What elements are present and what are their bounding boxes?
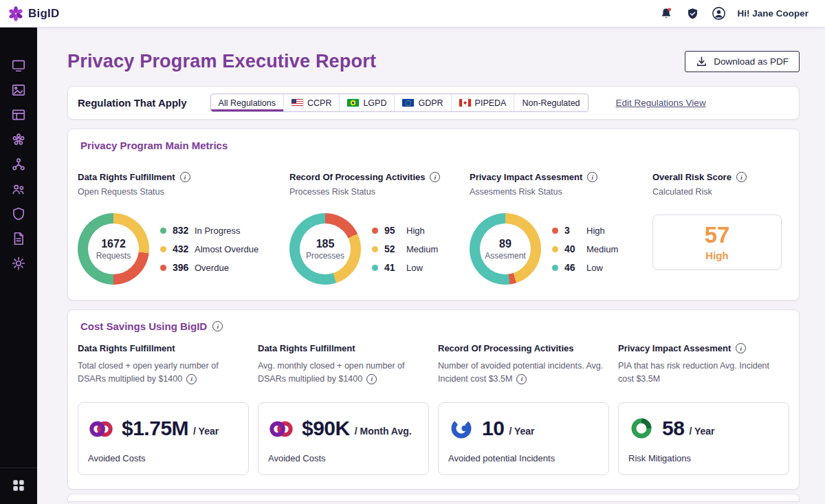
metric-column-subtitle: Open Requests Status bbox=[78, 187, 289, 197]
policies-shield-icon[interactable] bbox=[11, 206, 26, 221]
sidebar-divider bbox=[0, 468, 37, 468]
cost-column-description: Total closed + open yearly number of DSA… bbox=[78, 360, 249, 397]
info-icon[interactable] bbox=[736, 172, 747, 182]
main-metrics-title: Privacy Program Main Metrics bbox=[78, 140, 228, 151]
risk-score-value: 57 bbox=[705, 223, 730, 246]
download-pdf-button[interactable]: Download as PDF bbox=[685, 51, 800, 72]
cost-column-title: Record Of Processing Activities bbox=[438, 343, 573, 353]
main-content: Privacy Program Executive Report Downloa… bbox=[37, 51, 825, 502]
info-icon[interactable] bbox=[212, 321, 223, 331]
donut-chart: 1672 Requests bbox=[78, 213, 149, 285]
overall-risk-subtitle: Calculated Risk bbox=[652, 187, 789, 197]
legend-dot bbox=[372, 246, 378, 252]
stat-unit: / Year bbox=[509, 426, 534, 437]
metric-column-title: Data Rights Fulfillment bbox=[78, 172, 175, 182]
bigid-pinwheel-icon bbox=[7, 5, 25, 23]
br-flag-icon bbox=[347, 99, 359, 107]
incidents-blue-icon bbox=[448, 415, 474, 441]
download-pdf-label: Download as PDF bbox=[714, 56, 789, 67]
sidebar bbox=[0, 28, 37, 504]
cost-column-description: Number of avoided potential incidents. A… bbox=[438, 360, 609, 397]
stat-box: 10 / Year Avoided potential Incidents bbox=[438, 402, 609, 475]
regulation-tab-non-regulated[interactable]: Non-Regulated bbox=[514, 94, 587, 111]
legend-dot bbox=[372, 228, 378, 234]
page-title: Privacy Program Executive Report bbox=[67, 51, 376, 72]
download-icon bbox=[696, 56, 707, 67]
relations-icon[interactable] bbox=[11, 157, 26, 172]
requests-document-icon[interactable] bbox=[11, 231, 26, 246]
bigid-mark-icon bbox=[88, 415, 114, 441]
stat-label: Avoided Costs bbox=[88, 453, 239, 463]
legend-item: 46Low bbox=[552, 262, 618, 273]
legend-dot bbox=[552, 246, 558, 252]
dashboard-icon[interactable] bbox=[11, 58, 26, 73]
regulations-card: Regulation That Apply All RegulationsCCP… bbox=[67, 86, 800, 120]
stat-box: 58 / Year Risk Mitigations bbox=[618, 402, 789, 475]
bigid-logo[interactable]: BigID bbox=[7, 5, 59, 23]
donut-legend: 3High40Medium46Low bbox=[552, 213, 618, 285]
regulation-tab-pipeda[interactable]: PIPEDA bbox=[452, 94, 515, 111]
metric-column: Record Of Processing Activities Processe… bbox=[289, 172, 470, 285]
cost-column-description: Avg. monthly closed + open number of DSA… bbox=[258, 360, 429, 397]
classification-icon[interactable] bbox=[11, 132, 26, 147]
users-icon[interactable] bbox=[11, 182, 26, 197]
legend-item: 832In Progress bbox=[160, 225, 258, 236]
metric-column: Data Rights Fulfillment Open Requests St… bbox=[78, 172, 289, 285]
legend-dot bbox=[552, 228, 558, 234]
inventory-icon[interactable] bbox=[11, 107, 26, 122]
info-icon[interactable] bbox=[587, 172, 597, 182]
user-account-icon[interactable] bbox=[711, 6, 726, 21]
info-icon[interactable] bbox=[430, 172, 440, 182]
apps-grid-icon[interactable] bbox=[11, 478, 26, 493]
info-icon[interactable] bbox=[366, 374, 377, 384]
legend-item: 396Overdue bbox=[160, 262, 258, 273]
regulation-tab-lgpd[interactable]: LGPD bbox=[340, 94, 395, 111]
stat-box: $90K / Month Avg. Avoided Costs bbox=[258, 402, 429, 475]
stat-unit: / Month Avg. bbox=[355, 426, 412, 437]
donut-center-value: 185 bbox=[316, 238, 335, 250]
regulation-tab-all-regulations[interactable]: All Regulations bbox=[211, 94, 284, 111]
metric-column-title: Record Of Processing Activities bbox=[289, 172, 425, 182]
stat-unit: / Year bbox=[193, 426, 219, 437]
regulation-tab-ccpr[interactable]: CCPR bbox=[284, 94, 340, 111]
donut-center-value: 89 bbox=[499, 238, 512, 250]
edit-regulations-link[interactable]: Edit Regulations View bbox=[616, 98, 706, 108]
donut-center-label: Processes bbox=[306, 251, 344, 261]
stat-unit: / Year bbox=[689, 426, 714, 437]
metric-column: Privacy Impact Assesment Assesments Risk… bbox=[470, 172, 652, 285]
stat-value: $1.75M bbox=[122, 417, 188, 440]
info-icon[interactable] bbox=[516, 374, 527, 384]
donut-center-label: Requests bbox=[96, 251, 131, 261]
cost-column-title: Data Rights Fulfillment bbox=[258, 343, 355, 353]
legend-dot bbox=[160, 228, 166, 234]
donut-chart: 89 Assesment bbox=[470, 213, 541, 285]
brand-name: BigID bbox=[28, 7, 59, 21]
regulation-tabs: All RegulationsCCPRLGPDGDPRPIPEDANon-Reg… bbox=[210, 94, 588, 112]
overall-risk-score-box: 57 High bbox=[652, 215, 782, 270]
us-flag-icon bbox=[292, 99, 303, 107]
info-icon[interactable] bbox=[186, 374, 197, 384]
next-card-peek bbox=[67, 494, 800, 502]
metric-column-subtitle: Processes Risk Status bbox=[289, 187, 470, 197]
cost-savings-title: Cost Savings Using BigID bbox=[78, 320, 207, 332]
regulation-tab-gdpr[interactable]: GDPR bbox=[395, 94, 451, 111]
metric-column-subtitle: Assesments Risk Status bbox=[470, 187, 652, 197]
regulations-title: Regulation That Apply bbox=[78, 97, 187, 109]
cost-column-title: Privacy Impact Assesment bbox=[618, 343, 731, 353]
topbar: BigID Hi! Jane Cooper bbox=[0, 0, 825, 28]
notifications-bell-icon[interactable] bbox=[659, 6, 674, 21]
stat-box: $1.75M / Year Avoided Costs bbox=[78, 402, 249, 475]
cost-column-title: Data Rights Fulfillment bbox=[78, 343, 175, 353]
settings-gear-icon[interactable] bbox=[11, 256, 26, 271]
legend-item: 95High bbox=[372, 225, 438, 236]
legend-item: 41Low bbox=[372, 262, 438, 273]
info-icon[interactable] bbox=[736, 343, 746, 353]
stat-value: $90K bbox=[302, 417, 350, 440]
stat-label: Avoided Costs bbox=[268, 453, 419, 463]
privacy-shield-icon[interactable] bbox=[685, 6, 700, 21]
reports-icon[interactable] bbox=[11, 83, 26, 98]
cost-column: Data Rights Fulfillment Total closed + o… bbox=[78, 343, 249, 475]
metric-column-title: Privacy Impact Assesment bbox=[470, 172, 582, 182]
info-icon[interactable] bbox=[180, 172, 190, 182]
donut-legend: 95High52Medium41Low bbox=[372, 213, 438, 285]
